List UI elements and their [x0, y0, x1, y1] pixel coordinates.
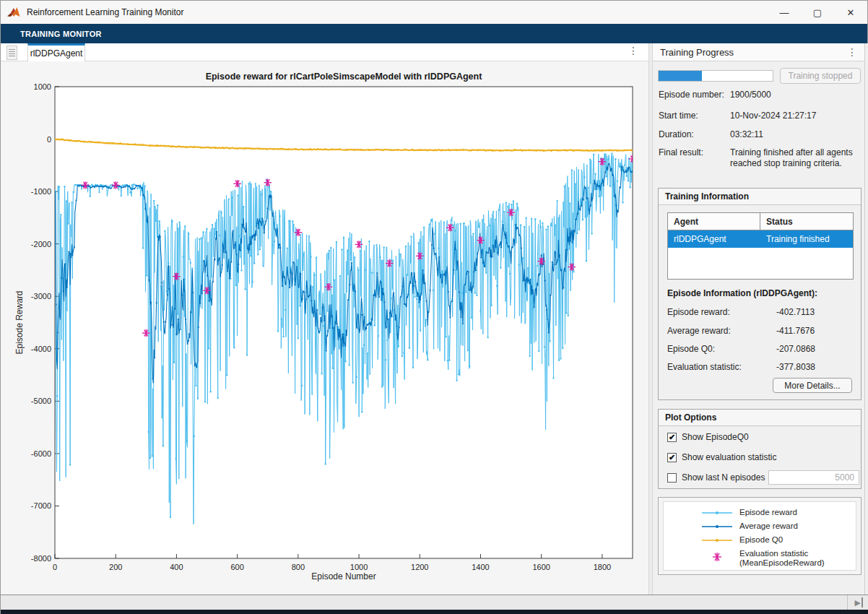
svg-text:-8000: -8000	[31, 554, 51, 563]
legend-label: Episode Q0	[739, 535, 783, 545]
episode-reward-row: Episode reward: -402.7113	[667, 307, 854, 317]
table-header-row: Agent Status	[668, 213, 853, 230]
svg-text:-2000: -2000	[31, 240, 51, 248]
average-reward-label: Average reward:	[667, 326, 776, 336]
minimize-button[interactable]: —	[768, 1, 801, 24]
close-button[interactable]: ✕	[834, 1, 867, 24]
show-last-n-episodes-checkbox[interactable]	[667, 473, 677, 483]
start-time-label: Start time:	[659, 111, 730, 121]
table-row[interactable]: rlDDPGAgent Training finished	[668, 230, 853, 248]
training-information-group: Training Information Agent Status rlDDPG…	[658, 188, 862, 400]
plot-options-header: Plot Options	[659, 410, 861, 426]
show-episodeq0-checkbox[interactable]: ✔	[667, 433, 677, 442]
tab-grip-icon[interactable]	[6, 46, 17, 60]
n-episodes-input[interactable]	[768, 470, 859, 485]
training-chart[interactable]: 020040060080010001200140016001800-8000-7…	[1, 61, 648, 594]
legend-inner: Episode reward Average reward Episode Q0	[663, 501, 856, 571]
episode-information-title: Episode Information (rlDDPGAgent):	[667, 288, 817, 298]
svg-text:0: 0	[53, 563, 57, 571]
svg-text:Episode Reward: Episode Reward	[14, 290, 25, 354]
status-bar-divider	[847, 595, 848, 610]
svg-text:400: 400	[170, 563, 183, 571]
panel-menu-icon[interactable]: ⋮	[847, 46, 857, 58]
legend-label: Average reward	[739, 522, 798, 531]
svg-text:-5000: -5000	[31, 397, 51, 405]
legend-entry-evaluation-statistic: Evaluation statistic (MeanEpisodeReward)	[701, 549, 856, 568]
tab-rlddpgagent[interactable]: rlDDPGAgent	[27, 43, 85, 61]
svg-text:800: 800	[292, 563, 305, 571]
svg-text:600: 600	[230, 563, 243, 571]
episode-number-value: 1900/5000	[730, 90, 859, 100]
episode-number-label: Episode number:	[659, 90, 730, 100]
expand-panel-icon[interactable]: ▶	[855, 597, 863, 607]
agent-column-header: Agent	[668, 213, 760, 230]
svg-text:1000: 1000	[34, 82, 51, 91]
ribbon-toolstrip: TRAINING MONITOR	[1, 24, 867, 43]
svg-text:1000: 1000	[350, 563, 368, 571]
training-progress-panel: Training Progress ⋮ Training stopped Epi…	[653, 43, 864, 594]
average-reward-line-icon	[701, 523, 733, 530]
training-information-header: Training Information	[659, 189, 861, 205]
right-edge-strip	[864, 43, 868, 594]
svg-text:1600: 1600	[532, 563, 550, 571]
document-tab-strip: rlDDPGAgent ⋮	[1, 43, 648, 61]
plot-options-title: Plot Options	[665, 412, 716, 423]
plot-options-group: Plot Options ✔ Show EpisodeQ0 ✔ Show eva…	[658, 409, 862, 489]
svg-text:200: 200	[109, 563, 122, 571]
ribbon-tab-training-monitor[interactable]: TRAINING MONITOR	[20, 30, 102, 38]
status-cell[interactable]: Training finished	[760, 230, 853, 248]
training-stopped-button[interactable]: Training stopped	[780, 68, 861, 84]
evaluation-statistic-label: Evaluation statistic:	[667, 362, 776, 372]
legend-box: Episode reward Average reward Episode Q0	[658, 497, 862, 575]
show-episodeq0-row: ✔ Show EpisodeQ0	[667, 432, 749, 442]
episode-reward-value: -402.7113	[776, 307, 815, 317]
legend-entry-episode-reward: Episode reward	[701, 508, 856, 517]
episode-q0-value: -207.0868	[776, 344, 815, 354]
svg-text:1400: 1400	[472, 563, 489, 571]
progress-fill	[659, 71, 702, 81]
episode-q0-line-icon	[701, 537, 733, 544]
svg-text:Episode reward for rlCartPoleS: Episode reward for rlCartPoleSimscapeMod…	[206, 72, 483, 82]
legend-entry-episode-q0: Episode Q0	[701, 535, 856, 545]
status-bar: ▶	[1, 594, 868, 610]
title-bar: Reinforcement Learning Training Monitor …	[1, 1, 867, 24]
episode-reward-label: Episode reward:	[667, 307, 776, 317]
evaluation-statistic-value: -377.8038	[776, 362, 815, 372]
duration-label: Duration:	[659, 129, 730, 140]
show-evaluation-statistic-label: Show evaluation statistic	[682, 452, 776, 462]
final-result-row: Final result: Training finished after al…	[659, 147, 859, 169]
start-time-value: 10-Nov-2024 21:27:17	[730, 111, 859, 121]
svg-text:-4000: -4000	[31, 345, 51, 353]
panel-header: Training Progress ⋮	[653, 43, 864, 61]
show-evaluation-statistic-checkbox[interactable]: ✔	[667, 453, 677, 462]
svg-text:1200: 1200	[411, 563, 428, 571]
matlab-logo-icon	[7, 7, 20, 18]
svg-text:Episode Number: Episode Number	[311, 571, 376, 581]
average-reward-row: Average reward: -411.7676	[667, 326, 854, 336]
more-details-button[interactable]: More Details...	[773, 378, 852, 393]
maximize-button[interactable]: ▢	[801, 1, 834, 24]
status-column-header: Status	[760, 213, 853, 230]
legend-label: Episode reward	[739, 508, 797, 517]
average-reward-value: -411.7676	[776, 326, 815, 336]
agent-cell[interactable]: rlDDPGAgent	[668, 230, 760, 248]
show-episodeq0-label: Show EpisodeQ0	[682, 432, 749, 442]
episode-q0-label: Episode Q0:	[667, 344, 776, 354]
episode-q0-row: Episode Q0: -207.0868	[667, 344, 854, 354]
show-last-n-episodes-label: Show last N episodes	[682, 472, 765, 483]
panel-title: Training Progress	[660, 47, 734, 58]
svg-text:-3000: -3000	[31, 292, 51, 300]
evaluation-statistic-row: Evaluation statistic: -377.8038	[667, 362, 854, 372]
duration-row: Duration: 03:32:11	[659, 129, 859, 140]
start-time-row: Start time: 10-Nov-2024 21:27:17	[659, 111, 859, 121]
agent-status-table[interactable]: Agent Status rlDDPGAgent Training finish…	[667, 212, 854, 280]
training-progress-bar	[658, 70, 773, 82]
document-menu-icon[interactable]: ⋮	[628, 45, 638, 56]
final-result-label: Final result:	[659, 147, 730, 169]
figure-area: 020040060080010001200140016001800-8000-7…	[1, 61, 648, 594]
app-window: Reinforcement Learning Training Monitor …	[0, 0, 868, 614]
show-last-n-episodes-row: Show last N episodes	[667, 472, 765, 483]
legend-entry-average-reward: Average reward	[701, 522, 856, 531]
svg-text:-6000: -6000	[31, 449, 51, 458]
svg-text:-7000: -7000	[31, 501, 51, 510]
